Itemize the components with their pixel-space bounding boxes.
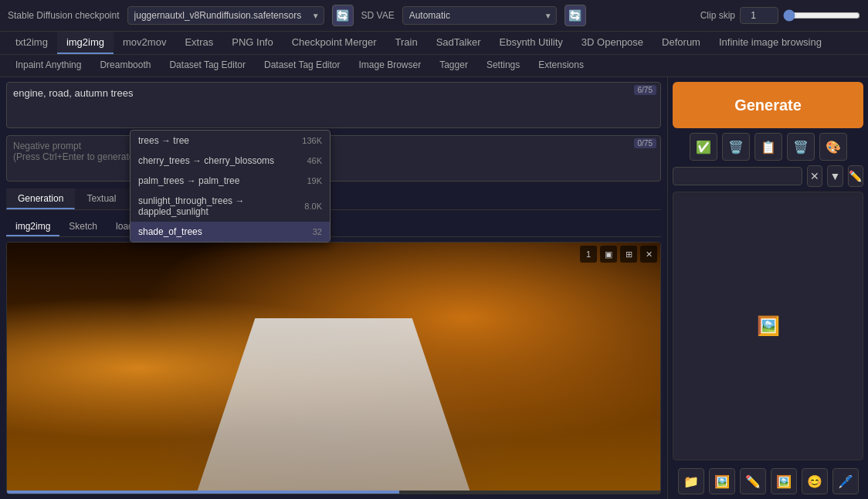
sub-tabs: Generation Textual Lora — [6, 188, 661, 210]
left-panel: engine, road, autumn trees 6/75 trees → … — [0, 77, 667, 499]
negative-token-count: 0/75 — [634, 138, 656, 148]
bottom-folder-button[interactable]: 📁 — [678, 468, 704, 494]
autocomplete-text-5: shade_of_trees — [138, 226, 202, 237]
tab-image-browser[interactable]: Image Browser — [349, 55, 430, 76]
image-upload-area[interactable]: 1 ▣ ⊞ ✕ — [6, 242, 661, 494]
content-tabs: img2img Sketch load Batch — [6, 218, 661, 237]
vae-label: SD VAE — [361, 10, 395, 21]
positive-prompt-input[interactable]: engine, road, autumn trees — [6, 82, 661, 128]
clip-skip-group: Clip skip — [700, 7, 860, 24]
subtab-textual[interactable]: Textual — [75, 188, 127, 209]
nav-tabs-row1: txt2img img2img mov2mov Extras PNG Info … — [0, 32, 868, 55]
tab-dataset-tag-editor-2[interactable]: Dataset Tag Editor — [255, 55, 350, 76]
bottom-icons-row: 📁 🖼️ ✏️ 🖼️ 😊 🖊️ — [673, 468, 863, 494]
autocomplete-text-4: sunlight_through_trees → dappled_sunligh… — [138, 195, 304, 217]
tab-ebsynth[interactable]: Ebsynth Utility — [490, 32, 571, 54]
vae-refresh-button[interactable]: 🔄 — [565, 5, 586, 26]
vae-select[interactable]: Automatic — [402, 6, 557, 25]
positive-prompt-wrapper: engine, road, autumn trees 6/75 trees → … — [6, 82, 661, 131]
clip-skip-input[interactable] — [740, 7, 778, 24]
action-check-button[interactable]: ✅ — [690, 133, 717, 161]
autocomplete-text-1: trees → tree — [138, 135, 189, 146]
tab-png-info[interactable]: PNG Info — [222, 32, 282, 54]
autocomplete-item-2[interactable]: cherry_trees → cherry_blossoms 46K — [131, 151, 330, 171]
checkpoint-label: Stable Diffusion checkpoint — [8, 10, 120, 21]
img-ctrl-4[interactable]: ✕ — [640, 246, 657, 263]
autocomplete-count-3: 19K — [307, 176, 322, 185]
extra-text-input[interactable] — [673, 167, 802, 185]
tab-tagger[interactable]: Tagger — [430, 55, 477, 76]
vae-select-wrapper: Automatic ▼ — [402, 6, 557, 25]
scenic-background — [7, 243, 660, 494]
tab-3d-openpose[interactable]: 3D Openpose — [572, 32, 653, 54]
tab-img2img[interactable]: img2img — [57, 32, 114, 54]
bottom-pen-button[interactable]: 🖊️ — [832, 468, 859, 494]
tab-train[interactable]: Train — [386, 32, 427, 54]
image-progress-bar — [7, 491, 660, 494]
autocomplete-item-1[interactable]: trees → tree 136K — [131, 131, 330, 151]
action-delete-button[interactable]: 🗑️ — [787, 133, 815, 161]
tab-sadtalker[interactable]: SadTalker — [427, 32, 490, 54]
bottom-image2-button[interactable]: 🖼️ — [771, 468, 797, 494]
action-paint-button[interactable]: 🎨 — [819, 133, 847, 161]
contenttab-sketch[interactable]: Sketch — [59, 218, 107, 236]
clip-skip-slider[interactable] — [783, 9, 860, 22]
negative-prompt-input[interactable] — [6, 135, 661, 182]
main-layout: engine, road, autumn trees 6/75 trees → … — [0, 77, 868, 499]
autocomplete-item-4[interactable]: sunlight_through_trees → dappled_sunligh… — [131, 191, 330, 222]
tab-extensions[interactable]: Extensions — [529, 55, 593, 76]
autocomplete-item-3[interactable]: palm_trees → palm_tree 19K — [131, 171, 330, 191]
clip-skip-label: Clip skip — [700, 10, 735, 21]
autocomplete-count-1: 136K — [302, 136, 322, 145]
autocomplete-count-4: 8.0K — [304, 202, 322, 211]
extra-close-button[interactable]: ✕ — [807, 165, 822, 187]
img-ctrl-3[interactable]: ⊞ — [620, 246, 637, 263]
autocomplete-dropdown: trees → tree 136K cherry_trees → cherry_… — [130, 130, 331, 243]
action-trash-button[interactable]: 🗑️ — [722, 133, 750, 161]
positive-token-count: 6/75 — [634, 85, 656, 95]
action-icons-row: ✅ 🗑️ 📋 🗑️ 🎨 — [673, 133, 863, 161]
autocomplete-text-3: palm_trees → palm_tree — [138, 175, 239, 186]
tab-infinite-browsing[interactable]: Infinite image browsing — [710, 32, 831, 54]
tab-extras[interactable]: Extras — [175, 32, 222, 54]
top-bar: Stable Diffusion checkpoint juggernautxl… — [0, 0, 868, 32]
tab-dataset-tag-editor-1[interactable]: Dataset Tag Editor — [160, 55, 255, 76]
autocomplete-count-5: 32 — [313, 227, 322, 236]
extra-pencil-button[interactable]: ✏️ — [848, 165, 863, 187]
nav-tabs-row2: Inpaint Anything Dreambooth Dataset Tag … — [0, 55, 868, 77]
output-image-area: 🖼️ — [673, 192, 863, 460]
tab-deforum[interactable]: Deforum — [653, 32, 710, 54]
tab-txt2img[interactable]: txt2img — [6, 32, 57, 54]
contenttab-img2img[interactable]: img2img — [6, 218, 59, 236]
output-placeholder-icon: 🖼️ — [757, 315, 780, 337]
image-progress-fill — [7, 491, 399, 494]
bottom-edit-button[interactable]: ✏️ — [740, 468, 766, 494]
autocomplete-item-5[interactable]: shade_of_trees 32 — [131, 222, 330, 242]
img-ctrl-1[interactable]: 1 — [580, 246, 597, 263]
autocomplete-count-2: 46K — [307, 156, 322, 165]
negative-prompt-wrapper: 0/75 — [6, 135, 661, 184]
image-controls-bar: 1 ▣ ⊞ ✕ — [580, 246, 657, 263]
generate-button[interactable]: Generate — [673, 82, 863, 128]
bottom-face-button[interactable]: 😊 — [802, 468, 828, 494]
bottom-image-button[interactable]: 🖼️ — [709, 468, 735, 494]
subtab-generation[interactable]: Generation — [6, 188, 75, 209]
extra-dropdown-button[interactable]: ▼ — [827, 165, 843, 187]
img-ctrl-2[interactable]: ▣ — [600, 246, 617, 263]
checkpoint-refresh-button[interactable]: 🔄 — [332, 5, 354, 26]
tab-dreambooth[interactable]: Dreambooth — [90, 55, 160, 76]
right-panel: Generate ✅ 🗑️ 📋 🗑️ 🎨 ✕ ▼ ✏️ 🖼️ 📁 🖼️ ✏️ 🖼… — [667, 77, 868, 499]
autocomplete-text-2: cherry_trees → cherry_blossoms — [138, 155, 274, 166]
tab-settings[interactable]: Settings — [477, 55, 529, 76]
extra-input-row: ✕ ▼ ✏️ — [673, 165, 863, 187]
checkpoint-select-wrapper: juggernautxl_v8Rundiffusion.safetensors … — [127, 6, 324, 25]
tab-mov2mov[interactable]: mov2mov — [114, 32, 175, 54]
tab-checkpoint-merger[interactable]: Checkpoint Merger — [283, 32, 386, 54]
action-copy-button[interactable]: 📋 — [754, 133, 782, 161]
checkpoint-select[interactable]: juggernautxl_v8Rundiffusion.safetensors — [127, 6, 324, 25]
tab-inpaint-anything[interactable]: Inpaint Anything — [6, 55, 90, 76]
